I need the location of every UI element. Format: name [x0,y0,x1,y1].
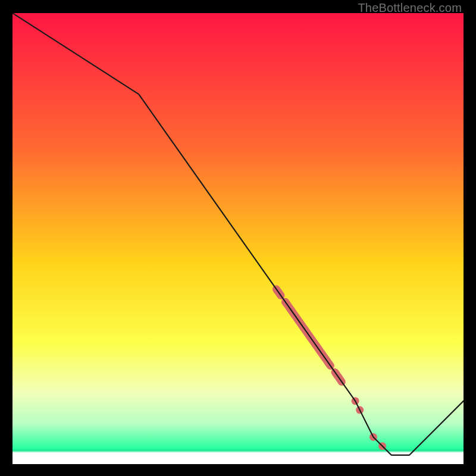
plot-area [12,13,464,464]
chart-container: TheBottleneck.com [0,0,476,476]
chart-line [12,13,464,464]
